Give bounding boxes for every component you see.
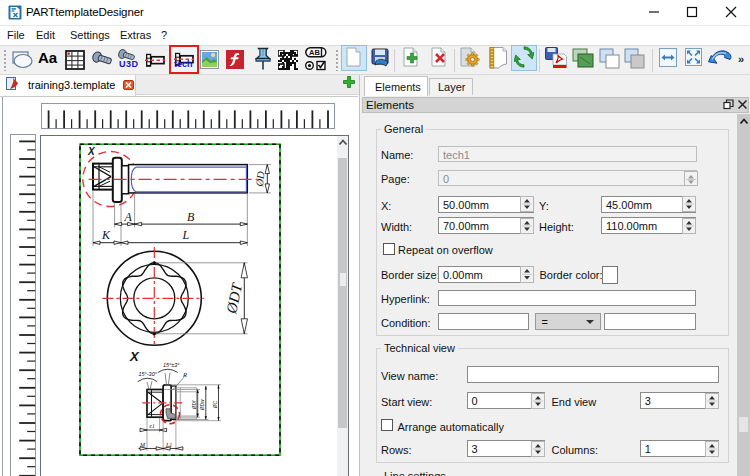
svg-text:B: B: [187, 209, 195, 223]
svg-text:ØDf: ØDf: [192, 400, 197, 410]
svg-text:L1: L1: [165, 441, 172, 447]
svg-text:ØC: ØC: [213, 400, 218, 409]
svg-text:15°-30°: 15°-30°: [139, 371, 158, 377]
svg-text:ØDw: ØDw: [200, 399, 205, 411]
svg-text:X: X: [87, 146, 96, 157]
svg-text:ØD: ØD: [254, 170, 266, 187]
svg-text:e1: e1: [150, 423, 155, 429]
svg-text:A: A: [124, 209, 133, 223]
svg-text:M: M: [139, 441, 146, 447]
svg-text:ØDT: ØDT: [223, 280, 245, 315]
svg-text:K: K: [101, 228, 111, 242]
svg-text:X: X: [129, 349, 140, 364]
svg-text:R: R: [182, 370, 187, 377]
svg-text:L: L: [182, 228, 190, 242]
svg-text:15°±3°: 15°±3°: [163, 361, 180, 367]
